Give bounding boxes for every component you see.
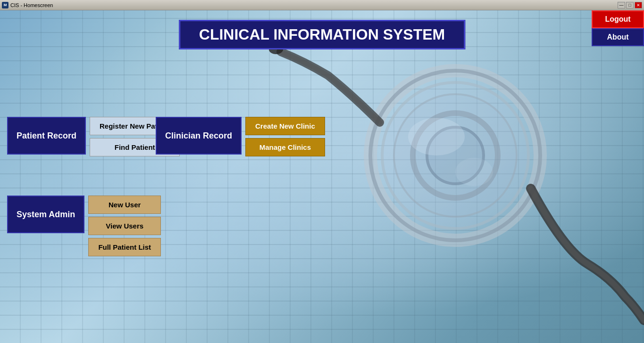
svg-point-8 bbox=[455, 158, 493, 186]
new-user-button[interactable]: New User bbox=[88, 196, 161, 214]
minimize-button[interactable]: — bbox=[618, 2, 625, 8]
system-admin-label[interactable]: System Admin bbox=[7, 196, 84, 233]
page-title: CLINICAL INFORMATION SYSTEM bbox=[179, 20, 465, 49]
svg-point-7 bbox=[408, 118, 465, 155]
top-right-buttons: Logout About bbox=[592, 10, 644, 46]
title-bar: M CIS - Homescreen — □ ✕ bbox=[0, 0, 644, 10]
patient-record-section: Patient Record Register New Patient Find… bbox=[7, 117, 180, 156]
maximize-button[interactable]: □ bbox=[626, 2, 634, 8]
about-button[interactable]: About bbox=[592, 28, 644, 46]
system-admin-buttons: New User View Users Full Patient List bbox=[88, 196, 161, 256]
window-title: CIS - Homescreen bbox=[10, 2, 53, 8]
title-bar-left: M CIS - Homescreen bbox=[2, 2, 53, 8]
patient-record-label[interactable]: Patient Record bbox=[7, 117, 86, 155]
full-patient-list-button[interactable]: Full Patient List bbox=[88, 238, 161, 256]
view-users-button[interactable]: View Users bbox=[88, 217, 161, 235]
stethoscope-graphic bbox=[257, 38, 644, 330]
close-button[interactable]: ✕ bbox=[635, 2, 642, 8]
title-bar-controls: — □ ✕ bbox=[618, 2, 642, 8]
app-icon: M bbox=[2, 2, 8, 8]
logout-button[interactable]: Logout bbox=[592, 10, 644, 28]
system-admin-section: System Admin New User View Users Full Pa… bbox=[7, 196, 161, 256]
clinician-record-label[interactable]: Clinician Record bbox=[156, 117, 242, 155]
